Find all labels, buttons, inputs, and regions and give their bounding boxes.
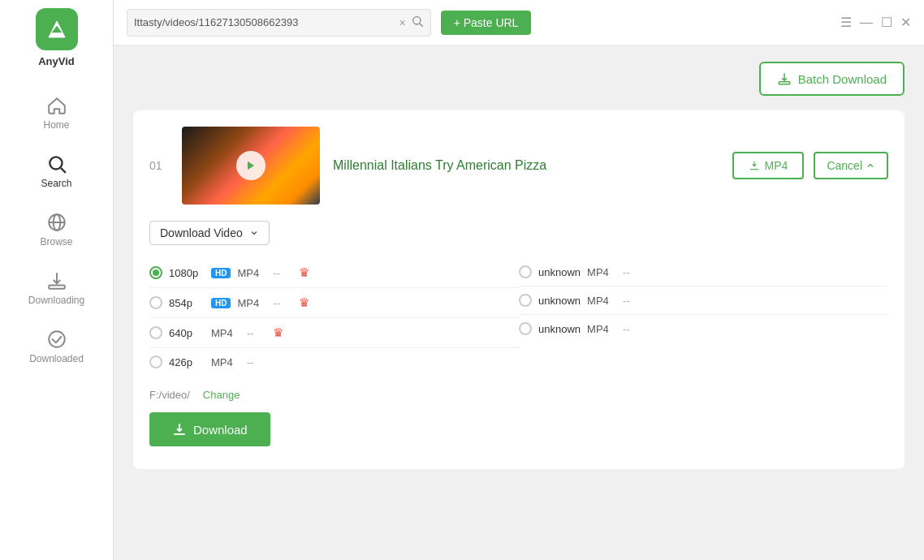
- hd-badge-854: HD: [211, 298, 231, 308]
- crown-icon-640: ♛: [273, 325, 283, 340]
- radio-426[interactable]: [149, 355, 162, 368]
- quality-unknown-3-label: unknown: [538, 323, 581, 335]
- svg-marker-10: [248, 162, 254, 170]
- format-unknown-3: MP4: [587, 323, 616, 335]
- sidebar: AnyVid Home Search Browse Downloading: [0, 0, 114, 560]
- svg-rect-9: [779, 82, 790, 84]
- save-path: F:/video/: [149, 389, 190, 401]
- window-controls: ☰ — ☐ ✕: [840, 15, 911, 30]
- radio-1080[interactable]: [149, 266, 162, 279]
- crown-icon-854: ♛: [299, 295, 309, 310]
- url-bar[interactable]: Ittasty/videos/11627130508662393 ×: [127, 9, 431, 37]
- quality-row-unknown-2[interactable]: unknown MP4 --: [519, 286, 888, 315]
- browse-icon: [46, 212, 67, 233]
- app-logo: [36, 8, 78, 50]
- video-thumbnail[interactable]: [182, 127, 320, 205]
- quality-row-426[interactable]: 426p MP4 --: [149, 348, 519, 376]
- mp4-label: MP4: [765, 159, 788, 172]
- dash-unknown-1: --: [623, 266, 642, 278]
- dash-426: --: [247, 356, 266, 368]
- sidebar-item-browse[interactable]: Browse: [0, 200, 113, 259]
- radio-unknown-1[interactable]: [519, 265, 532, 278]
- dash-1080: --: [273, 267, 292, 279]
- quality-column-right: unknown MP4 -- unknown MP4 -- unkn: [519, 258, 888, 376]
- chevron-down-icon: [249, 228, 259, 238]
- options-panel: Download Video 1080p HD MP4: [149, 221, 888, 446]
- dash-854: --: [273, 297, 292, 309]
- svg-point-0: [50, 157, 62, 169]
- batch-download-label: Batch Download: [798, 72, 887, 86]
- svg-point-6: [49, 331, 65, 347]
- format-unknown-1: MP4: [587, 266, 616, 278]
- logo-area: AnyVid: [36, 8, 78, 67]
- quality-row-640[interactable]: 640p MP4 -- ♛: [149, 318, 519, 348]
- format-1080: MP4: [237, 267, 266, 279]
- sidebar-item-search[interactable]: Search: [0, 142, 113, 200]
- download-button[interactable]: Download: [149, 412, 270, 446]
- sidebar-item-home[interactable]: Home: [0, 84, 113, 142]
- crown-icon-1080: ♛: [299, 265, 309, 280]
- batch-download-button[interactable]: Batch Download: [759, 62, 905, 96]
- maximize-button[interactable]: ☐: [881, 15, 892, 30]
- svg-point-7: [412, 16, 420, 24]
- close-button[interactable]: ✕: [900, 15, 911, 30]
- dropdown-row: Download Video: [149, 221, 888, 245]
- quality-unknown-2-label: unknown: [538, 295, 581, 307]
- quality-1080-label: 1080p: [169, 267, 205, 279]
- menu-button[interactable]: ☰: [840, 15, 852, 30]
- quality-row-1080[interactable]: 1080p HD MP4 -- ♛: [149, 258, 519, 288]
- video-header: 01 Millennial Italians Try American Pizz…: [149, 127, 888, 205]
- sidebar-item-downloading[interactable]: Downloading: [0, 259, 113, 317]
- quality-grid: 1080p HD MP4 -- ♛ 854p HD MP4 --: [149, 258, 888, 376]
- download-small-icon: [749, 160, 760, 171]
- radio-854[interactable]: [149, 296, 162, 309]
- quality-row-unknown-1[interactable]: unknown MP4 --: [519, 258, 888, 286]
- svg-line-1: [60, 168, 65, 173]
- downloading-icon: [46, 270, 67, 291]
- play-button[interactable]: [236, 151, 266, 180]
- download-icon: [172, 422, 187, 437]
- format-640: MP4: [211, 327, 240, 339]
- titlebar: Ittasty/videos/11627130508662393 × + Pas…: [114, 0, 924, 45]
- svg-line-8: [420, 24, 423, 27]
- sidebar-item-downloaded[interactable]: Downloaded: [0, 317, 113, 376]
- mp4-button[interactable]: MP4: [732, 152, 805, 179]
- hd-badge-1080: HD: [211, 268, 231, 278]
- paste-url-button[interactable]: + Paste URL: [441, 11, 532, 35]
- main-area: Ittasty/videos/11627130508662393 × + Pas…: [114, 0, 924, 560]
- quality-row-unknown-3[interactable]: unknown MP4 --: [519, 315, 888, 342]
- radio-unknown-3[interactable]: [519, 322, 532, 335]
- format-unknown-2: MP4: [587, 295, 616, 307]
- download-type-dropdown[interactable]: Download Video: [149, 221, 270, 245]
- minimize-button[interactable]: —: [860, 15, 873, 30]
- downloaded-icon: [46, 329, 67, 350]
- quality-640-label: 640p: [169, 327, 205, 339]
- video-card: 01 Millennial Italians Try American Pizz…: [133, 110, 905, 469]
- video-title: Millennial Italians Try American Pizza: [333, 158, 719, 173]
- dash-unknown-2: --: [623, 295, 642, 307]
- dash-640: --: [247, 327, 266, 339]
- play-icon: [245, 160, 257, 171]
- download-btn-label: Download: [193, 423, 248, 437]
- video-actions: MP4 Cancel: [732, 152, 888, 179]
- save-path-row: F:/video/ Change: [149, 389, 888, 401]
- url-clear-button[interactable]: ×: [399, 16, 405, 29]
- change-path-link[interactable]: Change: [203, 389, 240, 401]
- url-text: Ittasty/videos/11627130508662393: [134, 16, 394, 28]
- sidebar-item-home-label: Home: [43, 119, 69, 131]
- home-icon: [46, 95, 67, 116]
- quality-426-label: 426p: [169, 356, 205, 368]
- format-854: MP4: [237, 297, 266, 309]
- quality-row-854[interactable]: 854p HD MP4 -- ♛: [149, 288, 519, 318]
- cancel-button[interactable]: Cancel: [814, 152, 888, 179]
- content-area: Batch Download 01 Millennial Italians Tr…: [114, 45, 924, 560]
- sidebar-item-search-label: Search: [41, 178, 71, 189]
- sidebar-item-downloading-label: Downloading: [28, 295, 84, 306]
- sidebar-item-downloaded-label: Downloaded: [29, 353, 84, 364]
- cancel-label: Cancel: [827, 159, 862, 172]
- dash-unknown-3: --: [623, 323, 642, 335]
- dropdown-label: Download Video: [160, 226, 243, 239]
- radio-640[interactable]: [149, 326, 162, 339]
- batch-download-icon: [777, 71, 792, 86]
- radio-unknown-2[interactable]: [519, 294, 532, 307]
